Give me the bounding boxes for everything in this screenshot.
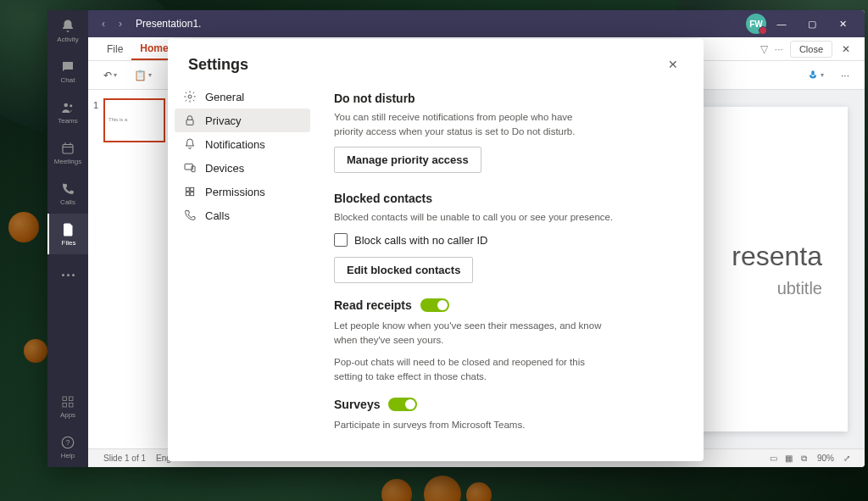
- svg-rect-13: [186, 187, 189, 191]
- edit-blocked-contacts-button[interactable]: Edit blocked contacts: [334, 257, 473, 283]
- teams-app-rail: Activity Chat Teams Meetings Calls Files…: [47, 10, 88, 467]
- close-x-icon[interactable]: ✕: [837, 43, 854, 55]
- rail-calls[interactable]: Calls: [47, 173, 88, 214]
- slide-thumbnails-panel: 1 This is a: [88, 90, 173, 448]
- settings-modal: Settings ✕ General Privacy Notifications…: [168, 39, 704, 461]
- nav-calls[interactable]: Calls: [175, 203, 310, 227]
- devices-icon: [183, 161, 197, 175]
- rail-apps[interactable]: Apps: [47, 386, 88, 426]
- minimize-button[interactable]: —: [766, 12, 797, 36]
- nav-back[interactable]: ‹: [95, 18, 112, 30]
- modal-header: Settings ✕: [168, 39, 704, 85]
- svg-rect-12: [192, 166, 195, 172]
- slide-thumbnail-1[interactable]: 1 This is a: [103, 98, 165, 142]
- bell-icon: [183, 137, 197, 151]
- modal-title: Settings: [188, 56, 248, 74]
- surveys-heading: Surveys: [334, 398, 380, 411]
- close-doc-button[interactable]: Close: [790, 41, 832, 58]
- share-icon[interactable]: ▽: [760, 43, 768, 55]
- slide-counter[interactable]: Slide 1 of 1: [103, 454, 146, 463]
- svg-rect-15: [186, 192, 189, 196]
- more-tools-button[interactable]: ···: [836, 67, 854, 84]
- document-title: Presentation1.: [136, 18, 201, 30]
- nav-forward[interactable]: ›: [112, 18, 129, 30]
- svg-rect-3: [63, 397, 67, 401]
- blocked-description: Blocked contacts will be unable to call …: [334, 210, 680, 225]
- avatar[interactable]: FW: [746, 14, 766, 34]
- zoom-level[interactable]: 90%: [817, 454, 834, 463]
- nav-permissions[interactable]: Permissions: [175, 180, 310, 203]
- phone-icon: [183, 209, 197, 222]
- notes-button[interactable]: ▭: [766, 452, 782, 465]
- gear-icon: [183, 90, 197, 103]
- slide-number: 1: [93, 100, 98, 110]
- more-ribbon-icon[interactable]: ···: [775, 43, 783, 55]
- paste-button[interactable]: 📋▾: [129, 67, 157, 84]
- surveys-description: Participate in surveys from Microsoft Te…: [334, 418, 680, 432]
- dnd-description: You can still receive notifications from…: [334, 110, 588, 138]
- svg-point-9: [188, 95, 192, 98]
- svg-rect-10: [186, 120, 193, 125]
- rail-files[interactable]: Files: [47, 214, 88, 254]
- checkbox-icon: [334, 233, 348, 247]
- settings-nav: General Privacy Notifications Devices Pe…: [168, 85, 317, 461]
- read-receipts-toggle[interactable]: [420, 298, 449, 312]
- svg-rect-2: [63, 144, 73, 153]
- read-receipts-heading: Read receipts: [334, 298, 412, 312]
- read-receipts-description: Let people know when you've seen their m…: [334, 319, 605, 347]
- rail-activity[interactable]: Activity: [47, 10, 88, 51]
- block-no-caller-id-checkbox[interactable]: Block calls with no caller ID: [334, 233, 680, 247]
- nav-notifications[interactable]: Notifications: [175, 132, 310, 156]
- read-receipts-note: Pop-out chats will need to be closed and…: [334, 355, 605, 383]
- nav-devices[interactable]: Devices: [175, 156, 310, 180]
- surveys-toggle[interactable]: [388, 398, 417, 411]
- nav-privacy[interactable]: Privacy: [175, 109, 310, 132]
- rail-chat[interactable]: Chat: [47, 51, 88, 92]
- svg-point-1: [70, 104, 72, 107]
- tab-file[interactable]: File: [98, 37, 131, 60]
- svg-point-0: [64, 103, 69, 107]
- close-icon[interactable]: ✕: [663, 54, 683, 75]
- svg-rect-16: [191, 192, 194, 196]
- normal-view-icon[interactable]: ▦: [782, 452, 797, 465]
- slide-subtitle-placeholder: ubtitle: [777, 279, 822, 298]
- titlebar: ‹ › Presentation1. FW — ▢ ✕: [88, 10, 865, 37]
- rail-help[interactable]: ? Help: [47, 426, 88, 467]
- dictate-button[interactable]: ▾: [802, 67, 829, 84]
- svg-rect-4: [70, 397, 74, 401]
- permissions-icon: [183, 185, 197, 198]
- close-window-button[interactable]: ✕: [827, 12, 858, 36]
- slideshow-icon[interactable]: ⧉: [797, 452, 812, 465]
- maximize-button[interactable]: ▢: [797, 12, 827, 36]
- blocked-heading: Blocked contacts: [334, 192, 680, 205]
- dnd-heading: Do not disturb: [334, 92, 680, 105]
- svg-text:?: ?: [66, 439, 70, 447]
- undo-button[interactable]: ↶▾: [98, 67, 122, 84]
- nav-general[interactable]: General: [175, 85, 310, 109]
- svg-rect-14: [191, 187, 194, 191]
- rail-meetings[interactable]: Meetings: [47, 132, 88, 173]
- svg-rect-6: [70, 403, 74, 407]
- svg-rect-5: [63, 403, 67, 407]
- rail-teams[interactable]: Teams: [47, 92, 88, 132]
- lock-icon: [183, 114, 197, 127]
- fit-icon[interactable]: ⤢: [839, 452, 854, 465]
- manage-priority-access-button[interactable]: Manage priority access: [334, 147, 481, 173]
- slide-title-placeholder: resenta: [732, 241, 822, 272]
- settings-content: Do not disturb You can still receive not…: [317, 85, 704, 461]
- rail-more[interactable]: [47, 254, 88, 295]
